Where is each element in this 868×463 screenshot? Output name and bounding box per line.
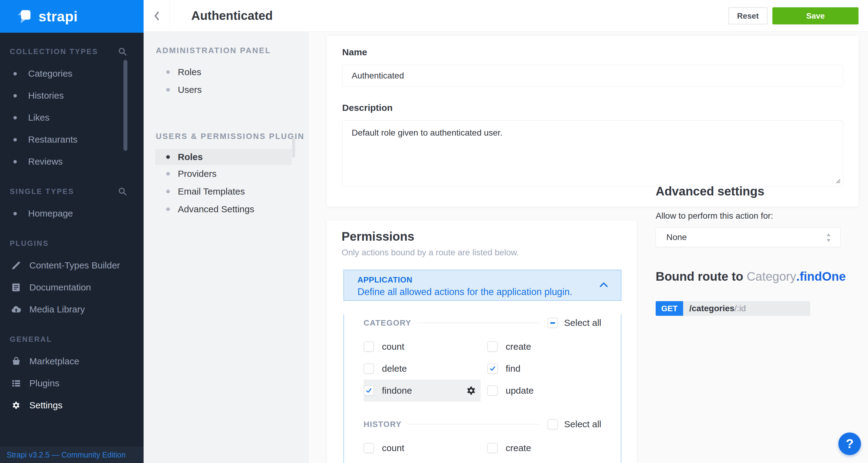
sidebar-footer: Strapi v3.2.5 — Community Edition <box>0 447 144 463</box>
sidebar-item-plugins[interactable]: Plugins <box>0 372 144 394</box>
permissions-subtitle: Only actions bound by a route are listed… <box>342 248 622 258</box>
search-icon[interactable] <box>118 47 127 56</box>
general-header: GENERAL <box>10 335 52 343</box>
help-button[interactable]: ? <box>838 432 861 455</box>
sidebar-item-likes[interactable]: Likes <box>0 107 144 129</box>
description-label: Description <box>342 103 843 113</box>
bullet-icon <box>166 207 170 211</box>
divider <box>408 424 540 425</box>
submenu-item-up-providers[interactable]: Providers <box>144 165 309 183</box>
users-permissions-header: USERS & PERMISSIONS PLUGIN <box>144 132 309 141</box>
main-sidebar: strapi COLLECTION TYPES Categories Histo… <box>0 0 144 463</box>
permissions-title: Permissions <box>342 230 622 243</box>
advanced-settings-title: Advanced settings <box>656 185 859 198</box>
admin-panel-header: ADMINISTRATION PANEL <box>144 46 309 55</box>
bullet-icon <box>166 155 170 159</box>
gear-icon <box>11 400 21 410</box>
divider <box>417 323 539 323</box>
select-all-checkbox[interactable] <box>548 419 558 429</box>
plugin-description: Define all allowed actions for the appli… <box>358 287 621 297</box>
chevron-left-icon <box>152 11 161 21</box>
sidebar-item-media-library[interactable]: Media Library <box>0 298 144 320</box>
main-content: Name Description Permissions Only action… <box>309 32 868 463</box>
list-icon <box>11 378 21 389</box>
plugins-header: PLUGINS <box>10 239 49 248</box>
checkbox-checked[interactable] <box>487 363 498 374</box>
save-button[interactable]: Save <box>772 7 859 25</box>
permission-action-update[interactable]: update <box>487 379 601 402</box>
bullet-icon <box>166 190 170 193</box>
permission-action-count[interactable]: count <box>364 336 487 358</box>
role-form-card: Name Description <box>327 36 859 206</box>
sidebar-item-marketplace[interactable]: Marketplace <box>0 350 144 372</box>
search-icon[interactable] <box>118 187 127 196</box>
page-title: Authenticated <box>191 0 273 31</box>
app-header: Authenticated Reset Save <box>144 0 868 32</box>
sidebar-item-categories[interactable]: Categories <box>0 63 144 85</box>
plugin-name: APPLICATION <box>358 275 621 285</box>
collection-types-header: COLLECTION TYPES <box>10 47 98 56</box>
permission-action-find[interactable]: find <box>487 358 601 379</box>
bound-route-heading: Bound route to Category.findOne <box>656 270 859 284</box>
resize-handle-icon[interactable] <box>835 178 841 184</box>
route-bar: GET /categories/:id <box>656 301 810 316</box>
permission-action-create[interactable]: create <box>487 336 601 358</box>
sidebar-item-settings[interactable]: Settings <box>0 394 144 416</box>
select-all-label: Select all <box>564 318 601 328</box>
settings-submenu: ADMINISTRATION PANEL Roles Users USERS &… <box>144 32 309 463</box>
strapi-logo-icon <box>17 9 31 24</box>
submenu-item-admin-users[interactable]: Users <box>144 81 309 99</box>
submenu-scrollbar[interactable] <box>292 137 295 158</box>
strapi-logo[interactable]: strapi <box>0 0 144 33</box>
sidebar-item-restaurants[interactable]: Restaurants <box>0 129 144 151</box>
bullet-icon <box>13 160 17 163</box>
permission-action-delete[interactable]: delete <box>364 358 487 379</box>
checkbox[interactable] <box>364 443 374 453</box>
bullet-icon <box>13 72 17 75</box>
allow-action-select[interactable]: None <box>656 228 840 247</box>
route-path: /categories/:id <box>683 301 810 316</box>
group-name: HISTORY <box>364 420 402 429</box>
bullet-icon <box>166 88 170 92</box>
application-plugin-banner[interactable]: APPLICATION Define all allowed actions f… <box>343 270 621 301</box>
sidebar-item-histories[interactable]: Histories <box>0 85 144 107</box>
submenu-item-up-advanced-settings[interactable]: Advanced Settings <box>144 200 309 218</box>
allow-action-label: Allow to perform this action for: <box>656 211 859 221</box>
select-all-checkbox[interactable] <box>548 318 558 328</box>
sidebar-item-documentation[interactable]: Documentation <box>0 276 144 298</box>
sidebar-item-homepage[interactable]: Homepage <box>0 202 144 225</box>
submenu-item-up-email-templates[interactable]: Email Templates <box>144 183 309 200</box>
description-textarea[interactable] <box>342 120 843 186</box>
permission-action-history-count[interactable]: count <box>364 437 487 459</box>
bullet-icon <box>13 212 17 215</box>
checkbox[interactable] <box>364 363 374 374</box>
action-settings-gear-icon[interactable] <box>466 386 476 396</box>
checkbox-checked[interactable] <box>364 386 374 396</box>
checkbox[interactable] <box>487 386 498 396</box>
chevron-up-icon[interactable] <box>599 282 608 287</box>
version-link[interactable]: Strapi v3.2.5 — Community Edition <box>7 451 126 459</box>
basket-icon <box>11 356 21 366</box>
select-arrows-icon <box>826 233 832 242</box>
select-value: None <box>666 232 687 242</box>
sidebar-scrollbar[interactable] <box>123 60 127 151</box>
name-input[interactable] <box>342 65 843 87</box>
checkbox[interactable] <box>487 341 498 352</box>
submenu-item-admin-roles[interactable]: Roles <box>144 63 309 81</box>
back-button[interactable] <box>144 0 170 31</box>
book-icon <box>11 282 21 293</box>
bullet-icon <box>13 94 17 97</box>
name-label: Name <box>342 47 843 58</box>
permission-action-history-create[interactable]: create <box>487 437 601 459</box>
sidebar-item-reviews[interactable]: Reviews <box>0 151 144 172</box>
permissions-card: Permissions Only actions bound by a rout… <box>327 221 637 463</box>
advanced-settings-panel: Advanced settings Allow to perform this … <box>656 185 859 316</box>
permission-action-findone[interactable]: findone <box>364 379 480 402</box>
checkbox[interactable] <box>364 341 374 352</box>
reset-button[interactable]: Reset <box>728 7 768 25</box>
submenu-item-up-roles[interactable]: Roles <box>155 149 292 165</box>
checkbox[interactable] <box>487 443 498 453</box>
sidebar-item-content-types-builder[interactable]: Content-Types Builder <box>0 255 144 276</box>
check-icon <box>366 388 372 394</box>
bullet-icon <box>166 172 170 176</box>
